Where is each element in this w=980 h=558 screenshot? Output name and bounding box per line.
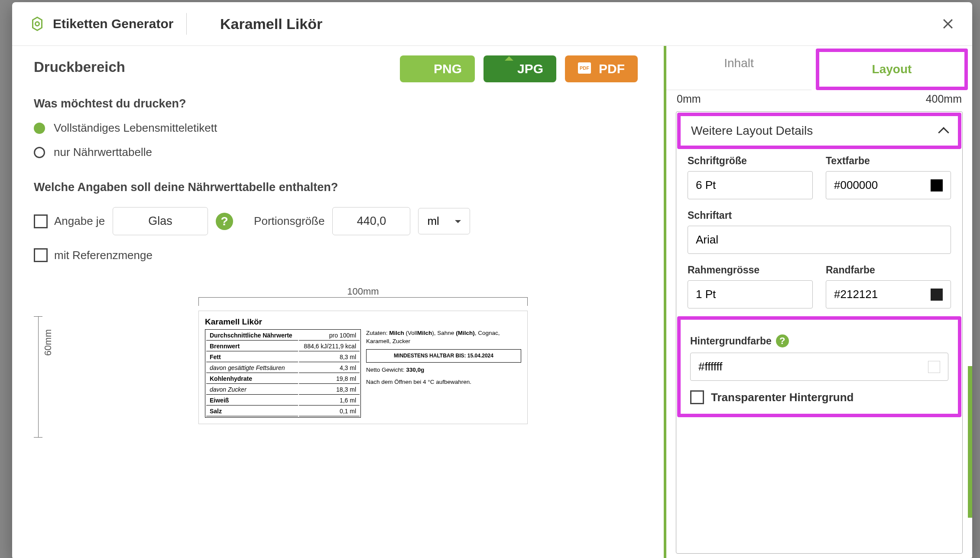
radio-full-label[interactable]: Vollständiges Lebensmitteletikett bbox=[34, 121, 642, 135]
modal-header: Etiketten Generator Karamell Likör bbox=[12, 2, 972, 46]
radio-selected-icon bbox=[34, 123, 45, 134]
export-pdf-label: PDF bbox=[599, 62, 625, 76]
preview-right: Zutaten: Milch (VollMilch), Sahne (Milch… bbox=[366, 329, 521, 418]
export-png-label: PNG bbox=[434, 62, 462, 76]
reference-row: mit Referenzmenge bbox=[34, 248, 642, 262]
bordercolor-label: Randfarbe bbox=[826, 264, 951, 276]
color-swatch-icon bbox=[931, 179, 943, 191]
unit-value: ml bbox=[427, 214, 439, 228]
chevron-down-icon bbox=[455, 220, 461, 226]
ruler-range: 0mm 400mm bbox=[666, 90, 972, 105]
ingredients: Zutaten: Milch (VollMilch), Sahne (Milch… bbox=[366, 329, 521, 346]
net-weight: Netto Gewicht: 330,0g bbox=[366, 366, 521, 374]
unit-select[interactable]: ml bbox=[418, 208, 470, 234]
fontsize-field: Schriftgröße 6 Pt bbox=[688, 155, 813, 199]
table-row: davon gesättigte Fettsäuren4,3 ml bbox=[206, 363, 360, 373]
radio-table-only[interactable]: nur Nährwerttabelle bbox=[34, 146, 642, 159]
portion-label: Portionsgröße bbox=[254, 214, 325, 228]
angabe-je-checkbox[interactable]: Angabe je bbox=[34, 214, 105, 228]
chevron-up-icon bbox=[938, 127, 949, 138]
reference-checkbox[interactable]: mit Referenzmenge bbox=[34, 248, 153, 262]
container-input[interactable]: Glas bbox=[113, 207, 208, 235]
thead-right: pro 100ml bbox=[299, 331, 360, 341]
accordion-header[interactable]: Weitere Layout Details bbox=[681, 116, 958, 146]
image-icon bbox=[413, 62, 426, 75]
pdf-icon: PDF bbox=[578, 62, 591, 75]
border-input[interactable]: 1 Pt bbox=[688, 280, 813, 308]
modal: Etiketten Generator Karamell Likör Druck… bbox=[12, 2, 972, 558]
export-jpg-label: JPG bbox=[517, 62, 543, 76]
ruler-left-value: 60mm bbox=[42, 329, 54, 356]
nutrition-table: Durchschnittliche Nährwertepro 100ml Bre… bbox=[205, 329, 361, 418]
range-max: 400mm bbox=[926, 93, 962, 105]
textcolor-value: #000000 bbox=[834, 178, 878, 192]
thead-left: Durchschnittliche Nährwerte bbox=[206, 331, 298, 341]
checkbox-icon bbox=[34, 214, 48, 228]
close-button[interactable] bbox=[941, 17, 955, 31]
tabs: Inhalt Layout bbox=[666, 46, 972, 90]
ruler-top: 100mm bbox=[198, 286, 528, 298]
bg-input[interactable]: #ffffff bbox=[690, 353, 948, 381]
document-title: Karamell Likör bbox=[220, 16, 322, 32]
svg-point-1 bbox=[36, 22, 39, 26]
storage-note: Nach dem Öffnen bei 4 °C aufbewahren. bbox=[366, 378, 521, 386]
portion-row: Angabe je Glas ? Portionsgröße 440,0 ml bbox=[34, 207, 642, 235]
content-question: Welche Angaben soll deine Nährwerttabell… bbox=[34, 181, 642, 194]
fontsize-label: Schriftgröße bbox=[688, 155, 813, 167]
border-label: Rahmengrösse bbox=[688, 264, 813, 276]
fontsize-input[interactable]: 6 Pt bbox=[688, 171, 813, 199]
radio-full-text: Vollständiges Lebensmitteletikett bbox=[54, 121, 217, 135]
modal-body: Druckbereich PNG JPG PDF PDF Was möchtes… bbox=[12, 46, 972, 558]
background-section: Hintergrundfarbe ? #ffffff Transparenter… bbox=[690, 334, 948, 404]
preview-title: Karamell Likör bbox=[205, 317, 521, 327]
best-before: MINDESTENS HALTBAR BIS: 15.04.2024 bbox=[366, 349, 521, 363]
portion-input[interactable]: 440,0 bbox=[332, 207, 410, 235]
generator-icon bbox=[29, 16, 45, 32]
accordion-title: Weitere Layout Details bbox=[691, 124, 813, 138]
bordercolor-input[interactable]: #212121 bbox=[826, 280, 951, 308]
scrollbar[interactable] bbox=[968, 366, 972, 518]
border-field: Rahmengrösse 1 Pt bbox=[688, 264, 813, 308]
table-row: davon Zucker18,3 ml bbox=[206, 385, 360, 395]
fontfamily-input[interactable]: Arial bbox=[688, 226, 951, 254]
bg-label: Hintergrundfarbe bbox=[690, 335, 772, 347]
table-row: Fett8,3 ml bbox=[206, 352, 360, 362]
table-row: Kohlenhydrate19,8 ml bbox=[206, 374, 360, 384]
help-icon[interactable]: ? bbox=[776, 334, 789, 347]
export-pdf-button[interactable]: PDF PDF bbox=[565, 55, 638, 82]
image-icon bbox=[496, 62, 509, 75]
bordercolor-field: Randfarbe #212121 bbox=[826, 264, 951, 308]
textcolor-field: Textfarbe #000000 bbox=[826, 155, 951, 199]
transparent-checkbox[interactable]: Transparenter Hintergrund bbox=[690, 390, 948, 404]
export-jpg-button[interactable]: JPG bbox=[484, 55, 556, 82]
range-min: 0mm bbox=[677, 93, 701, 105]
ruler-top-line bbox=[198, 297, 528, 298]
table-row: Brennwert884,6 kJ/211,9 kcal bbox=[206, 341, 360, 351]
tab-content[interactable]: Inhalt bbox=[666, 46, 811, 90]
table-row: Salz0,1 ml bbox=[206, 406, 360, 416]
export-buttons: PNG JPG PDF PDF bbox=[400, 55, 638, 82]
print-question: Was möchtest du drucken? bbox=[34, 97, 642, 110]
textcolor-input[interactable]: #000000 bbox=[826, 171, 951, 199]
app-title: Etiketten Generator bbox=[53, 16, 173, 31]
bg-label-row: Hintergrundfarbe ? bbox=[690, 334, 948, 347]
layout-section: Weitere Layout Details Schriftgröße 6 Pt… bbox=[676, 111, 963, 554]
checkbox-icon bbox=[690, 390, 704, 404]
export-png-button[interactable]: PNG bbox=[400, 55, 475, 82]
preview-content: Durchschnittliche Nährwertepro 100ml Bre… bbox=[205, 329, 521, 418]
checkbox-icon bbox=[34, 248, 48, 262]
right-panel: Inhalt Layout 0mm 400mm Weitere Layout D… bbox=[664, 46, 972, 558]
reference-label: mit Referenzmenge bbox=[54, 249, 153, 262]
label-preview-container: 100mm 60mm Karamell Likör Durchschnittli… bbox=[34, 286, 642, 424]
radio-table-text: nur Nährwerttabelle bbox=[54, 146, 152, 159]
transparent-label: Transparenter Hintergrund bbox=[711, 391, 853, 404]
ruler-top-value: 100mm bbox=[347, 286, 379, 297]
help-icon[interactable]: ? bbox=[216, 213, 233, 230]
tab-layout[interactable]: Layout bbox=[819, 52, 964, 87]
table-row: Eiweiß1,6 ml bbox=[206, 396, 360, 406]
bordercolor-value: #212121 bbox=[834, 288, 878, 301]
color-swatch-icon bbox=[928, 361, 940, 373]
bg-value: #ffffff bbox=[698, 360, 722, 373]
radio-unselected-icon bbox=[34, 147, 45, 158]
color-swatch-icon bbox=[931, 289, 943, 301]
